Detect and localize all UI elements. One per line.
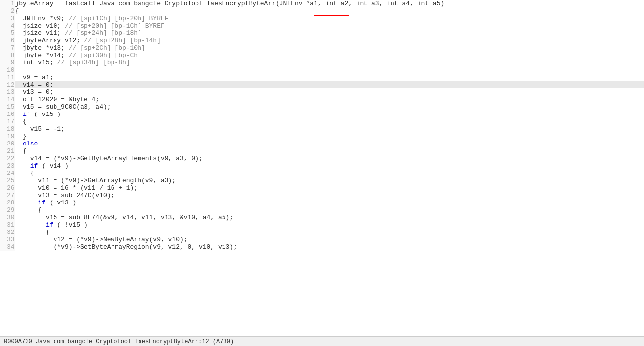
code-token: v15 = -1; <box>15 125 65 133</box>
table-row: 26 v10 = 16 * (v11 / 16 + 1); <box>0 184 644 192</box>
code-token: else <box>23 140 38 147</box>
code-token: if <box>38 199 46 206</box>
table-row: 28 if ( v13 ) <box>0 199 644 206</box>
table-row: 13 v13 = 0; <box>0 88 644 96</box>
line-content: { <box>15 118 644 125</box>
line-content: if ( v13 ) <box>15 199 644 206</box>
code-token: v10 = 16 * (v11 / 16 + 1); <box>15 184 138 192</box>
line-content: (*v9)->SetByteArrayRegion(v9, v12, 0, v1… <box>15 243 644 251</box>
code-token: (*v9)->SetByteArrayRegion(v9, v12, 0, v1… <box>15 243 237 251</box>
status-bar: 0000A730 Java_com_bangcle_CryptoTool_lae… <box>0 336 644 346</box>
line-number: 30 <box>0 214 15 221</box>
line-content: v13 = 0; <box>15 88 644 96</box>
line-number: 29 <box>0 206 15 214</box>
line-number: 14 <box>0 96 15 103</box>
line-content: { <box>15 7 644 15</box>
line-number: 7 <box>0 44 15 52</box>
table-row: 14 off_12020 = &byte_4; <box>0 96 644 103</box>
code-token <box>15 140 23 147</box>
code-token <box>15 111 23 118</box>
line-number: 28 <box>0 199 15 206</box>
code-token: { <box>15 7 19 15</box>
table-row: 4 jsize v10; // [sp+20h] [bp-1Ch] BYREF <box>0 22 644 29</box>
code-token: { <box>15 206 42 214</box>
code-token: jbyteArray __fastcall Java_com_bangcle_C… <box>15 0 445 7</box>
line-number: 20 <box>0 140 15 147</box>
code-token: // [sp+34h] [bp-8h] <box>57 59 130 66</box>
code-token <box>15 199 38 206</box>
code-token: // [sp+1Ch] [bp-20h] BYREF <box>69 15 168 22</box>
line-content: jbyteArray v12; // [sp+28h] [bp-14h] <box>15 37 644 44</box>
line-number: 24 <box>0 170 15 177</box>
table-row: 18 v15 = -1; <box>0 125 644 133</box>
line-number: 27 <box>0 192 15 199</box>
code-token: if <box>46 221 54 229</box>
line-content: jbyteArray __fastcall Java_com_bangcle_C… <box>15 0 644 7</box>
line-content: } <box>15 133 644 140</box>
table-row: 29 { <box>0 206 644 214</box>
code-token: ( v14 ) <box>38 162 68 170</box>
line-content: jsize v10; // [sp+20h] [bp-1Ch] BYREF <box>15 22 644 29</box>
line-content: v13 = sub_247C(v10); <box>15 192 644 199</box>
table-row: 30 v15 = sub_8E74(&v9, v14, v11, v13, &v… <box>0 214 644 221</box>
line-content: v15 = sub_9C0C(a3, a4); <box>15 103 644 111</box>
line-number: 1 <box>0 0 15 7</box>
line-number: 2 <box>0 7 15 15</box>
line-number: 17 <box>0 118 15 125</box>
code-token: v11 = (*v9)->GetArrayLength(v9, a3); <box>15 177 176 184</box>
line-content: { <box>15 147 644 155</box>
table-row: 16 if ( v15 ) <box>0 111 644 118</box>
line-number: 19 <box>0 133 15 140</box>
line-content: v15 = -1; <box>15 125 644 133</box>
line-content: v12 = (*v9)->NewByteArray(v9, v10); <box>15 236 644 243</box>
table-row: 15 v15 = sub_9C0C(a3, a4); <box>0 103 644 111</box>
line-content: v14 = (*v9)->GetByteArrayElements(v9, a3… <box>15 155 644 162</box>
table-row: 23 if ( v14 ) <box>0 162 644 170</box>
code-token: { <box>15 170 34 177</box>
code-token: jbyte *v14; <box>15 52 69 59</box>
line-number: 16 <box>0 111 15 118</box>
code-token: v15 = sub_8E74(&v9, v14, v11, v13, &v10,… <box>15 214 234 221</box>
code-token: { <box>15 229 50 236</box>
line-content: v10 = 16 * (v11 / 16 + 1); <box>15 184 644 192</box>
line-content: int v15; // [sp+34h] [bp-8h] <box>15 59 644 66</box>
line-number: 32 <box>0 229 15 236</box>
line-number: 21 <box>0 147 15 155</box>
table-row: 27 v13 = sub_247C(v10); <box>0 192 644 199</box>
code-token: jsize v11; <box>15 29 65 37</box>
status-text: 0000A730 Java_com_bangcle_CryptoTool_lae… <box>4 338 234 345</box>
line-content: if ( !v15 ) <box>15 221 644 229</box>
table-row: 17 { <box>0 118 644 125</box>
code-token: // [sp+24h] [bp-18h] <box>65 29 141 37</box>
code-token: v13 = sub_247C(v10); <box>15 192 115 199</box>
table-row: 2{ <box>0 7 644 15</box>
line-number: 13 <box>0 88 15 96</box>
red-underline-annotation <box>314 15 349 16</box>
line-number: 8 <box>0 52 15 59</box>
line-number: 31 <box>0 221 15 229</box>
line-content: { <box>15 206 644 214</box>
table-row: 24 { <box>0 170 644 177</box>
code-token: { <box>15 147 27 155</box>
line-content: { <box>15 170 644 177</box>
line-content: if ( v14 ) <box>15 162 644 170</box>
code-token: ( v13 ) <box>46 199 76 206</box>
table-row: 7 jbyte *v13; // [sp+2Ch] [bp-10h] <box>0 44 644 52</box>
line-number: 5 <box>0 29 15 37</box>
line-number: 33 <box>0 236 15 243</box>
line-number: 18 <box>0 125 15 133</box>
code-token: v14 = (*v9)->GetByteArrayElements(v9, a3… <box>15 155 203 162</box>
table-row: 32 { <box>0 229 644 236</box>
table-row: 12 v14 = 0; <box>0 81 644 88</box>
code-scroll-area[interactable]: 1jbyteArray __fastcall Java_com_bangcle_… <box>0 0 644 336</box>
line-content: off_12020 = &byte_4; <box>15 96 644 103</box>
code-token: v12 = (*v9)->NewByteArray(v9, v10); <box>15 236 188 243</box>
line-number: 4 <box>0 22 15 29</box>
code-token: jsize v10; <box>15 22 65 29</box>
code-table: 1jbyteArray __fastcall Java_com_bangcle_… <box>0 0 644 251</box>
table-row: 6 jbyteArray v12; // [sp+28h] [bp-14h] <box>0 37 644 44</box>
table-row: 31 if ( !v15 ) <box>0 221 644 229</box>
code-token: if <box>23 111 30 118</box>
line-number: 26 <box>0 184 15 192</box>
code-token: if <box>30 162 38 170</box>
